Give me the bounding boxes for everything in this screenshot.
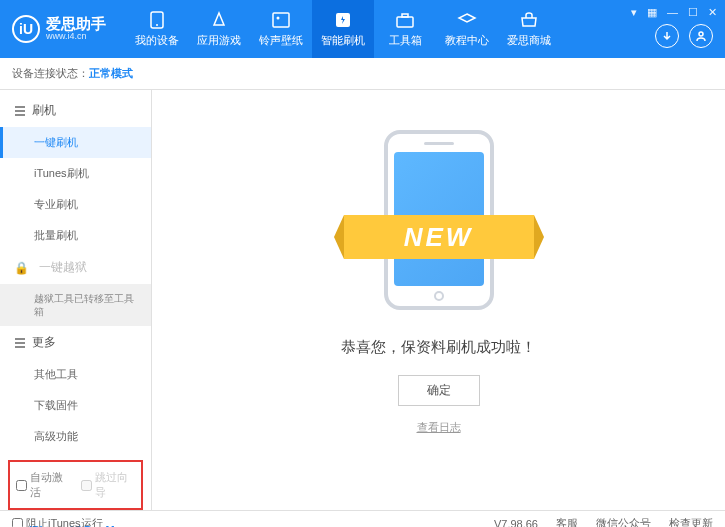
options-box: 自动激活 跳过向导 <box>8 460 143 510</box>
sidebar-item-other[interactable]: 其他工具 <box>0 359 151 390</box>
apps-icon <box>209 11 229 29</box>
svg-point-1 <box>156 24 158 26</box>
app-title: 爱思助手 <box>46 16 106 33</box>
grad-icon <box>457 11 477 29</box>
top-nav: 我的设备 应用游戏 铃声壁纸 智能刷机 工具箱 教程中心 爱思商城 <box>126 0 560 58</box>
window-controls: ▾ ▦ — ☐ ✕ <box>631 6 717 19</box>
flash-icon <box>333 11 353 29</box>
auto-activate-checkbox[interactable]: 自动激活 <box>16 470 71 500</box>
sidebar-item-advanced[interactable]: 高级功能 <box>0 421 151 452</box>
ok-button[interactable]: 确定 <box>398 375 480 406</box>
phone-icon <box>147 11 167 29</box>
app-header: iU 爱思助手 www.i4.cn 我的设备 应用游戏 铃声壁纸 智能刷机 工具… <box>0 0 725 58</box>
status-bar: 设备连接状态：正常模式 <box>0 58 725 90</box>
list-icon <box>14 105 26 117</box>
sidebar-item-batch[interactable]: 批量刷机 <box>0 220 151 251</box>
user-button[interactable] <box>689 24 713 48</box>
status-label: 设备连接状态： <box>12 67 89 79</box>
lock-icon: 🔒 <box>14 261 29 275</box>
success-message: 恭喜您，保资料刷机成功啦！ <box>341 338 536 357</box>
block-itunes-checkbox[interactable]: 阻止iTunes运行 <box>12 516 103 527</box>
nav-toolbox[interactable]: 工具箱 <box>374 0 436 58</box>
svg-rect-5 <box>397 17 413 27</box>
app-url: www.i4.cn <box>46 32 106 42</box>
list-icon <box>14 337 26 349</box>
version-label: V7.98.66 <box>494 518 538 528</box>
maximize-icon[interactable]: ☐ <box>688 6 698 19</box>
minimize-icon[interactable]: — <box>667 6 678 19</box>
success-illustration: NEW <box>359 130 519 310</box>
nav-ringtones[interactable]: 铃声壁纸 <box>250 0 312 58</box>
section-jailbreak: 🔒 一键越狱 <box>0 251 151 284</box>
jailbreak-note: 越狱工具已转移至工具箱 <box>0 284 151 326</box>
skip-setup-checkbox[interactable]: 跳过向导 <box>81 470 136 500</box>
logo-icon: iU <box>12 15 40 43</box>
nav-apps[interactable]: 应用游戏 <box>188 0 250 58</box>
nav-tutorials[interactable]: 教程中心 <box>436 0 498 58</box>
image-icon <box>271 11 291 29</box>
support-link[interactable]: 客服 <box>556 516 578 527</box>
sidebar-item-itunes[interactable]: iTunes刷机 <box>0 158 151 189</box>
toolbox-icon <box>395 11 415 29</box>
svg-point-7 <box>699 32 703 36</box>
section-flash[interactable]: 刷机 <box>0 94 151 127</box>
menu-icon[interactable]: ▾ <box>631 6 637 19</box>
download-button[interactable] <box>655 24 679 48</box>
store-icon <box>519 11 539 29</box>
view-log-link[interactable]: 查看日志 <box>417 420 461 435</box>
close-icon[interactable]: ✕ <box>708 6 717 19</box>
new-banner: NEW <box>344 215 534 259</box>
skin-icon[interactable]: ▦ <box>647 6 657 19</box>
nav-my-device[interactable]: 我的设备 <box>126 0 188 58</box>
svg-rect-6 <box>402 14 408 17</box>
nav-flash[interactable]: 智能刷机 <box>312 0 374 58</box>
status-value: 正常模式 <box>89 67 133 79</box>
section-more[interactable]: 更多 <box>0 326 151 359</box>
main-content: NEW 恭喜您，保资料刷机成功啦！ 确定 查看日志 <box>152 90 725 510</box>
nav-store[interactable]: 爱思商城 <box>498 0 560 58</box>
update-link[interactable]: 检查更新 <box>669 516 713 527</box>
sidebar-item-pro[interactable]: 专业刷机 <box>0 189 151 220</box>
sidebar-item-firmware[interactable]: 下载固件 <box>0 390 151 421</box>
svg-rect-2 <box>273 13 289 27</box>
svg-point-3 <box>277 16 280 19</box>
logo: iU 爱思助手 www.i4.cn <box>12 15 106 43</box>
sidebar-item-oneclick[interactable]: 一键刷机 <box>0 127 151 158</box>
wechat-link[interactable]: 微信公众号 <box>596 516 651 527</box>
sidebar: 刷机 一键刷机 iTunes刷机 专业刷机 批量刷机 🔒 一键越狱 越狱工具已转… <box>0 90 152 510</box>
